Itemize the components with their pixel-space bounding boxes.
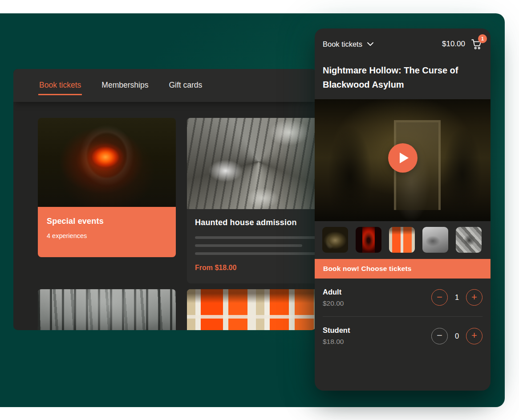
ticket-row-student: Student $18.00 − 0 +	[323, 317, 483, 355]
adult-quantity-stepper: − 1 +	[431, 289, 483, 306]
ticket-price-label: $20.00	[323, 299, 344, 307]
card-forest[interactable]	[38, 289, 176, 330]
book-tickets-dropdown[interactable]: Book tickets	[323, 40, 373, 48]
thumbnail-zombies[interactable]	[322, 227, 348, 253]
minus-icon: −	[437, 292, 442, 302]
card-title: Special events	[47, 217, 167, 226]
ticket-type-label: Student	[323, 326, 350, 335]
ticket-price-label: $18.00	[323, 338, 350, 346]
skeleton-line	[195, 244, 302, 247]
thumbnail-red-doorway[interactable]	[356, 227, 381, 253]
widget-header-title: Book tickets	[323, 40, 362, 48]
cart-total: $10.00	[442, 40, 465, 48]
adult-minus-button[interactable]: −	[431, 289, 448, 306]
student-quantity-stepper: − 0 +	[431, 328, 483, 344]
booking-widget: Book tickets $10.00 1 Nightmare Hollow: …	[315, 28, 491, 391]
adult-plus-button[interactable]: +	[466, 289, 483, 306]
card-haunted-house-body: Haunted house admission From $18.00	[187, 209, 316, 283]
student-minus-button[interactable]: −	[431, 328, 448, 344]
cart-count-badge: 1	[478, 34, 487, 43]
ticket-type-label: Adult	[323, 288, 344, 296]
event-title: Nightmare Hollow: The Curse of Blackwood…	[315, 60, 479, 92]
thumbnail-staircase[interactable]	[456, 227, 482, 253]
tab-book-tickets[interactable]: Book tickets	[38, 76, 82, 95]
event-video	[315, 99, 491, 221]
pumpkin-figure-image	[38, 118, 176, 207]
student-plus-button[interactable]: +	[466, 328, 483, 344]
abandoned-staircase-image	[187, 118, 316, 209]
skeleton-line	[195, 236, 316, 239]
price-from-label: From $18.00	[195, 264, 316, 272]
tab-memberships[interactable]: Memberships	[101, 76, 149, 95]
tab-bar: Book tickets Memberships Gift cards	[13, 69, 316, 102]
plus-icon: +	[471, 292, 477, 302]
thumbnail-red-windows[interactable]	[389, 227, 415, 253]
ticket-info: Adult $20.00	[323, 288, 344, 307]
foggy-forest-image	[38, 289, 176, 330]
minus-icon: −	[437, 331, 442, 340]
burning-window-image	[187, 289, 316, 330]
book-now-banner: Book now! Choose tickets	[315, 259, 491, 279]
storefront-panel: Book tickets Memberships Gift cards Spec…	[13, 69, 316, 330]
gallery-thumbnails	[315, 221, 491, 259]
student-count: 0	[454, 332, 460, 340]
card-special-events-body: Special events 4 experiences	[38, 207, 176, 257]
card-title: Haunted house admission	[195, 218, 316, 227]
cart-summary: $10.00 1	[442, 38, 483, 50]
tab-gift-cards[interactable]: Gift cards	[168, 76, 203, 95]
thumbnail-room-overhead[interactable]	[422, 227, 448, 253]
ticket-row-adult: Adult $20.00 − 1 +	[323, 279, 483, 317]
widget-header: Book tickets $10.00 1	[315, 28, 491, 60]
plus-icon: +	[471, 331, 477, 340]
card-subtitle: 4 experiences	[47, 232, 167, 239]
card-burning-window[interactable]	[187, 289, 316, 330]
chevron-down-icon	[367, 42, 373, 46]
card-haunted-house[interactable]: Haunted house admission From $18.00	[187, 118, 316, 283]
play-icon	[400, 153, 409, 163]
ticket-info: Student $18.00	[323, 326, 350, 346]
play-button[interactable]	[388, 143, 418, 173]
cart-button[interactable]: 1	[471, 38, 483, 50]
adult-count: 1	[454, 293, 460, 302]
skeleton-line	[195, 252, 316, 255]
card-special-events[interactable]: Special events 4 experiences	[38, 118, 176, 257]
